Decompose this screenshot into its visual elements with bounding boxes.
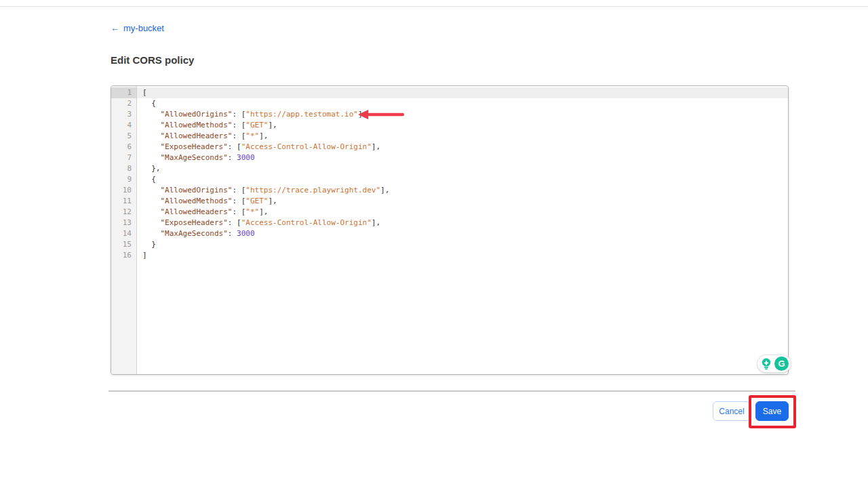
line-number: 8 [111,163,136,174]
red-arrow-annotation-icon [358,109,406,120]
code-line: "ExposeHeaders": ["Access-Control-Allow-… [137,142,788,152]
code-line: }, [137,163,788,174]
line-number: 1 [111,87,136,98]
code-line: "AllowedHeaders": ["*"], [137,207,788,218]
line-number: 7 [111,152,136,163]
editor-content[interactable]: [ { "AllowedOrigins": ["https://app.test… [137,86,788,374]
page-title: Edit CORS policy [111,54,194,66]
line-number: 6 [111,142,136,152]
code-line: } [137,239,788,250]
line-number: 10 [111,185,136,196]
code-line: "AllowedMethods": ["GET"], [137,120,788,131]
line-number: 11 [111,196,136,207]
line-number: 12 [111,207,136,218]
code-line: "MaxAgeSeconds": 3000 [137,152,788,163]
code-line: [ [137,87,788,98]
cancel-button[interactable]: Cancel [713,401,751,421]
code-line: "AllowedOrigins": ["https://app.testomat… [137,109,788,120]
top-nav-edge [0,0,868,7]
code-line: { [137,98,788,109]
code-line: { [137,174,788,185]
line-number: 14 [111,228,136,239]
editor-gutter: 12345678910111213141516 [111,86,137,374]
grammarly-widget[interactable]: G [757,354,791,373]
code-line: "MaxAgeSeconds": 3000 [137,228,788,239]
line-number: 9 [111,174,136,185]
line-number: 2 [111,98,136,109]
code-line: ] [137,250,788,261]
code-line: "AllowedHeaders": ["*"], [137,131,788,142]
line-number: 13 [111,218,136,228]
cors-policy-editor[interactable]: 12345678910111213141516 [ { "AllowedOrig… [111,85,789,375]
back-link[interactable]: ← my-bucket [111,23,164,33]
code-line: "AllowedOrigins": ["https://trace.playwr… [137,185,788,196]
code-line: "ExposeHeaders": ["Access-Control-Allow-… [137,218,788,228]
line-number: 16 [111,250,136,261]
back-arrow-icon: ← [111,23,119,33]
line-number: 15 [111,239,136,250]
line-number: 3 [111,109,136,120]
back-link-label: my-bucket [123,23,164,33]
suggestions-bulb-icon[interactable] [760,357,773,371]
footer-divider [108,390,795,392]
line-number: 5 [111,131,136,142]
save-button[interactable]: Save [755,401,789,421]
code-line: "AllowedMethods": ["GET"], [137,196,788,207]
line-number: 4 [111,120,136,131]
grammarly-logo-icon[interactable]: G [774,357,789,371]
